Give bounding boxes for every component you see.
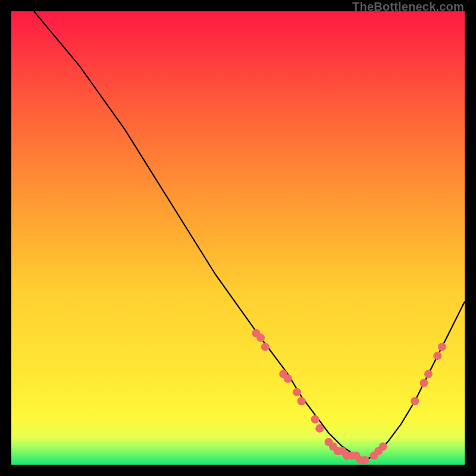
marker-point bbox=[293, 388, 301, 396]
chart-background bbox=[11, 11, 465, 465]
marker-point bbox=[298, 397, 306, 405]
chart-frame bbox=[11, 11, 465, 465]
marker-point bbox=[261, 343, 270, 351]
marker-point bbox=[315, 424, 324, 433]
watermark-text: TheBottleneck.com bbox=[352, 0, 464, 14]
marker-point bbox=[433, 352, 441, 360]
marker-point bbox=[256, 334, 265, 342]
marker-point bbox=[361, 456, 369, 464]
chart-svg bbox=[11, 11, 465, 465]
marker-point bbox=[284, 374, 292, 383]
marker-point bbox=[411, 397, 419, 405]
marker-point bbox=[438, 343, 446, 351]
marker-point bbox=[311, 415, 320, 424]
marker-point bbox=[419, 379, 428, 387]
marker-point bbox=[379, 443, 387, 451]
marker-point bbox=[424, 370, 433, 378]
